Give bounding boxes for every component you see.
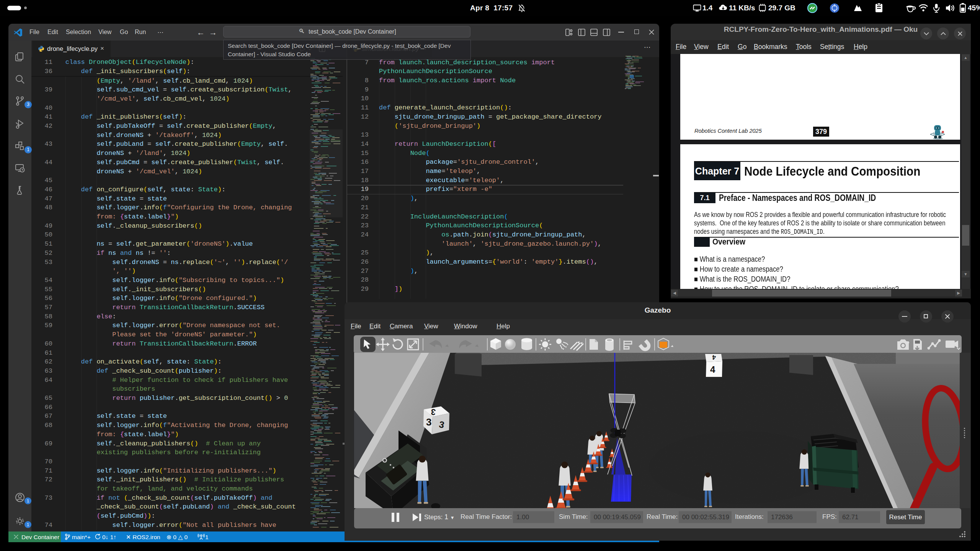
svg-text:3: 3 <box>430 407 436 417</box>
svg-text:4: 4 <box>712 354 716 361</box>
svg-text:3: 3 <box>426 416 431 428</box>
svg-text:4: 4 <box>710 364 715 375</box>
